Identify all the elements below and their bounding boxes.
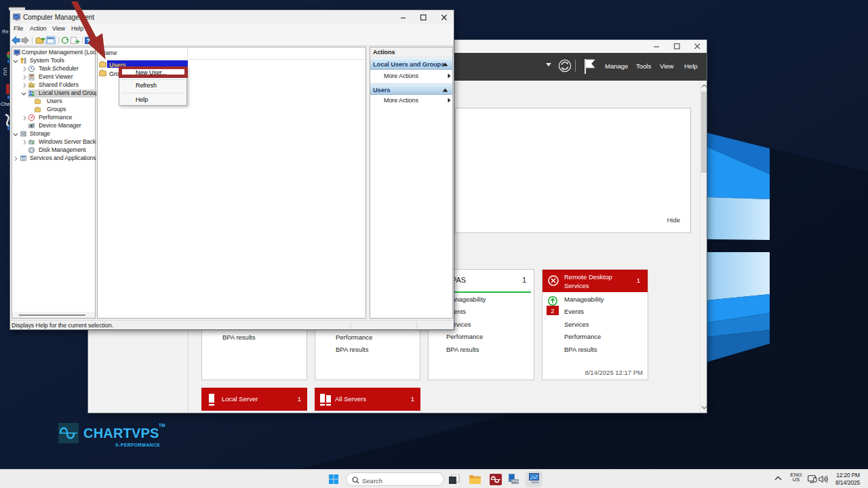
- svg-text:?: ?: [86, 37, 90, 44]
